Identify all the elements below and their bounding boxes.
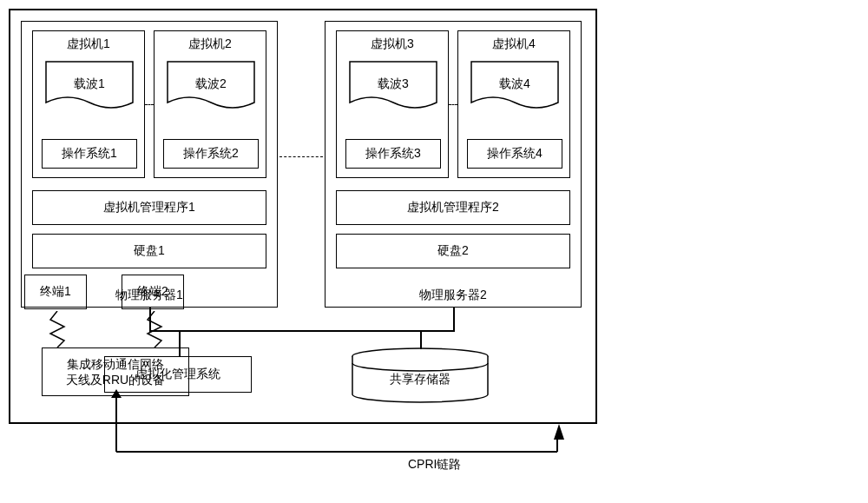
cpri-link-arrow-icon	[9, 9, 859, 494]
cpri-link-label: CPRI链路	[408, 457, 461, 473]
svg-marker-4	[111, 389, 122, 398]
diagram-canvas: 终端1 终端2 集成移动通信网络 天线及RRU的设备 虚拟机1 载波1 操作系统…	[9, 9, 859, 494]
